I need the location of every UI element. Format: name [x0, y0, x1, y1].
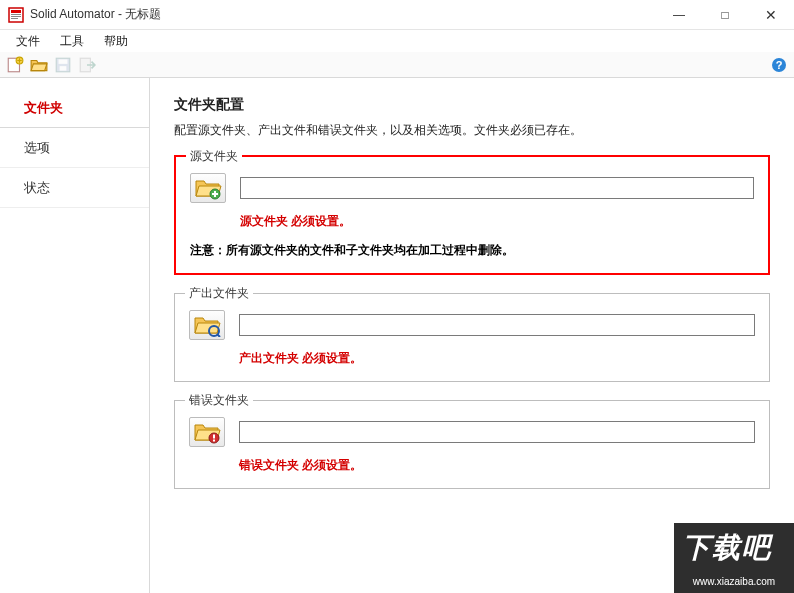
- svg-rect-2: [11, 14, 21, 15]
- page-description: 配置源文件夹、产出文件和错误文件夹，以及相关选项。文件夹必须已存在。: [174, 122, 770, 139]
- group-legend: 产出文件夹: [185, 285, 253, 302]
- sidebar-item-folders[interactable]: 文件夹: [0, 88, 149, 128]
- svg-rect-8: [59, 59, 68, 64]
- group-output-folder: 产出文件夹 产出文件夹 必须设置。: [174, 293, 770, 382]
- output-warning: 产出文件夹 必须设置。: [239, 350, 755, 367]
- svg-rect-18: [213, 440, 215, 442]
- toolbar: ?: [0, 52, 794, 78]
- group-legend: 错误文件夹: [185, 392, 253, 409]
- svg-rect-3: [11, 16, 21, 17]
- group-legend: 源文件夹: [186, 148, 242, 165]
- app-icon: [8, 7, 24, 23]
- browse-output-button[interactable]: [189, 310, 225, 340]
- browse-error-button[interactable]: [189, 417, 225, 447]
- menu-file[interactable]: 文件: [6, 31, 50, 52]
- svg-rect-1: [11, 10, 21, 13]
- close-button[interactable]: ✕: [748, 0, 794, 30]
- sidebar-item-label: 选项: [24, 139, 50, 157]
- source-path-input[interactable]: [240, 177, 754, 199]
- minimize-button[interactable]: —: [656, 0, 702, 30]
- maximize-button[interactable]: □: [702, 0, 748, 30]
- group-source-folder: 源文件夹 源文件夹 必须设置。 注意：所有源文件夹的文件和子文件夹均在加工过程中…: [174, 155, 770, 275]
- svg-rect-17: [213, 435, 215, 439]
- error-warning: 错误文件夹 必须设置。: [239, 457, 755, 474]
- window-controls: — □ ✕: [656, 0, 794, 30]
- svg-line-15: [217, 334, 220, 337]
- toolbar-help-button[interactable]: ?: [770, 56, 788, 74]
- window-title: Solid Automator - 无标题: [30, 6, 656, 23]
- error-path-input[interactable]: [239, 421, 755, 443]
- menu-help[interactable]: 帮助: [94, 31, 138, 52]
- sidebar: 文件夹 选项 状态: [0, 78, 150, 593]
- menubar: 文件 工具 帮助: [0, 30, 794, 52]
- svg-text:?: ?: [776, 59, 783, 71]
- page-title: 文件夹配置: [174, 96, 770, 114]
- svg-rect-4: [11, 18, 18, 19]
- titlebar: Solid Automator - 无标题 — □ ✕: [0, 0, 794, 30]
- toolbar-open-button[interactable]: [30, 56, 48, 74]
- output-path-input[interactable]: [239, 314, 755, 336]
- group-error-folder: 错误文件夹 错误文件夹 必须设置。: [174, 400, 770, 489]
- toolbar-export-button[interactable]: [78, 56, 96, 74]
- toolbar-new-button[interactable]: [6, 56, 24, 74]
- browse-source-button[interactable]: [190, 173, 226, 203]
- sidebar-item-status[interactable]: 状态: [0, 168, 149, 208]
- menu-tools[interactable]: 工具: [50, 31, 94, 52]
- content: 文件夹 选项 状态 文件夹配置 配置源文件夹、产出文件和错误文件夹，以及相关选项…: [0, 78, 794, 593]
- source-note: 注意：所有源文件夹的文件和子文件夹均在加工过程中删除。: [190, 242, 754, 259]
- sidebar-item-options[interactable]: 选项: [0, 128, 149, 168]
- svg-rect-9: [60, 66, 67, 71]
- toolbar-save-button[interactable]: [54, 56, 72, 74]
- sidebar-item-label: 文件夹: [24, 99, 63, 117]
- source-warning: 源文件夹 必须设置。: [240, 213, 754, 230]
- sidebar-item-label: 状态: [24, 179, 50, 197]
- main-panel: 文件夹配置 配置源文件夹、产出文件和错误文件夹，以及相关选项。文件夹必须已存在。…: [150, 78, 794, 593]
